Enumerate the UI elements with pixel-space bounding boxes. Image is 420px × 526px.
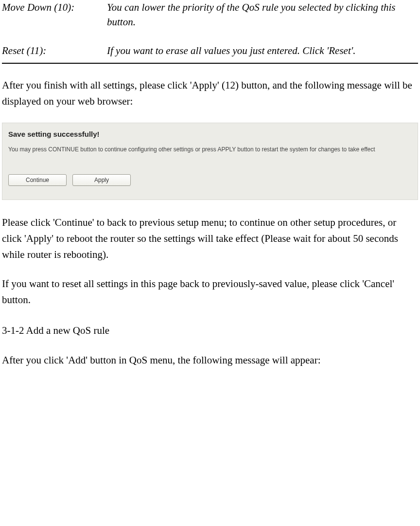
paragraph-continue-apply: Please click 'Continue' to back to previ… bbox=[2, 215, 418, 262]
definitions-divider bbox=[2, 63, 418, 64]
dialog-button-row: Continue Apply bbox=[8, 174, 412, 186]
definitions-table: Move Down (10): You can lower the priori… bbox=[2, 0, 418, 61]
def-move-down-desc: You can lower the priority of the QoS ru… bbox=[107, 0, 418, 43]
paragraph-cancel: If you want to reset all settings in thi… bbox=[2, 276, 418, 308]
section-heading-add-qos: 3-1-2 Add a new QoS rule bbox=[2, 323, 418, 339]
def-move-down-label: Move Down (10): bbox=[2, 0, 107, 43]
dialog-title: Save setting successfully! bbox=[8, 130, 412, 138]
paragraph-add-instruction: After you click 'Add' button in QoS menu… bbox=[2, 352, 418, 368]
save-setting-dialog: Save setting successfully! You may press… bbox=[2, 123, 418, 200]
apply-button[interactable]: Apply bbox=[72, 174, 131, 186]
def-reset-desc: If you want to erase all values you just… bbox=[107, 43, 418, 61]
paragraph-apply-instruction: After you finish with all settings, plea… bbox=[2, 77, 418, 109]
def-reset-label: Reset (11): bbox=[2, 43, 107, 61]
dialog-message: You may press CONTINUE button to continu… bbox=[8, 145, 412, 154]
continue-button[interactable]: Continue bbox=[8, 174, 67, 186]
